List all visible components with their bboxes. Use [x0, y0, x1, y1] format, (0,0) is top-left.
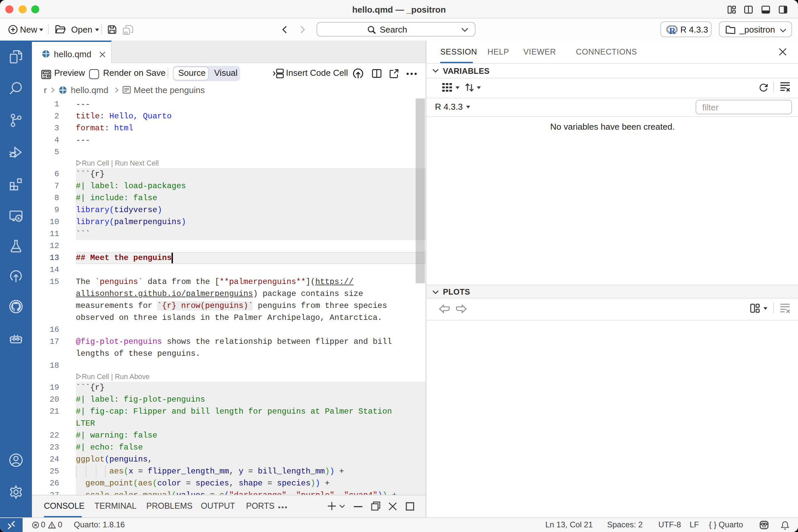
svg-text:R: R	[669, 25, 676, 34]
